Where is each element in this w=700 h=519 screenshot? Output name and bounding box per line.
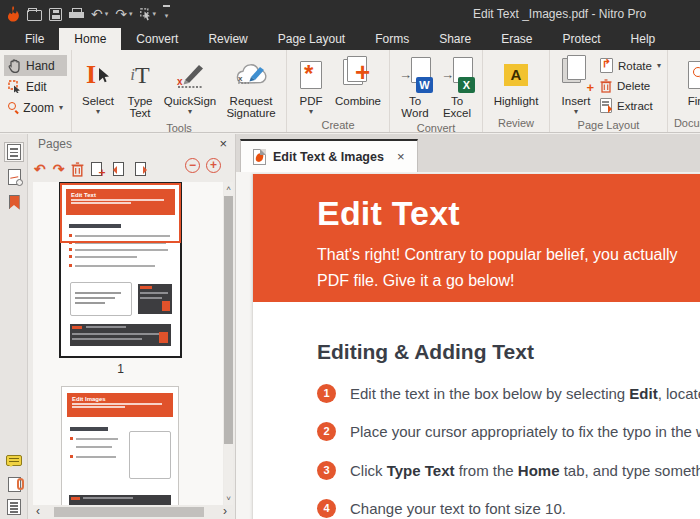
document-tab-close-button[interactable]: × bbox=[397, 149, 405, 164]
select-dropdown-caret[interactable]: ▾ bbox=[96, 107, 100, 116]
thumb2-image-placeholder bbox=[129, 431, 171, 479]
step-3-badge: 3 bbox=[317, 461, 336, 480]
edit-label: Edit bbox=[26, 80, 47, 94]
tab-share[interactable]: Share bbox=[424, 28, 486, 50]
find-button[interactable]: Find bbox=[673, 53, 700, 116]
pages-panel-title: Pages bbox=[38, 137, 72, 151]
pages-panel-button[interactable] bbox=[4, 142, 24, 162]
zoom-label: Zoom bbox=[23, 101, 54, 115]
save-button[interactable] bbox=[49, 8, 62, 21]
layers-panel-button[interactable] bbox=[4, 497, 24, 517]
attachment-icon bbox=[8, 477, 21, 492]
signatures-panel-button[interactable] bbox=[4, 167, 24, 187]
step-2: 2 Place your cursor appropriately to fix… bbox=[317, 422, 700, 441]
new-page-button[interactable]: + bbox=[91, 162, 102, 176]
highlight-label: Highlight bbox=[494, 95, 539, 107]
to-excel-label: To Excel bbox=[440, 95, 474, 119]
banner-title: Edit Text bbox=[317, 194, 700, 233]
pointer-dropdown-caret[interactable]: ▾ bbox=[153, 7, 157, 21]
insert-page-after-button[interactable] bbox=[135, 162, 146, 176]
select-tool-quick-button[interactable]: ▾ bbox=[140, 7, 157, 21]
document-tab[interactable]: Edit Text & Images × bbox=[240, 139, 418, 172]
to-excel-button[interactable]: → X To Excel bbox=[436, 53, 478, 121]
nitro-pro-window: ↶▾ ↷▾ ▾ ▾ Edit Text _Images.pdf - Nitro … bbox=[0, 0, 700, 519]
group-create-label: Create bbox=[287, 118, 389, 134]
scroll-down-arrow[interactable]: ˅ bbox=[224, 494, 233, 503]
tab-protect[interactable]: Protect bbox=[548, 28, 616, 50]
tab-home[interactable]: Home bbox=[59, 28, 121, 50]
combine-label: Combine bbox=[335, 95, 381, 107]
request-signature-button[interactable]: x Request Signature bbox=[220, 53, 282, 121]
quicksign-dropdown-caret[interactable]: ▾ bbox=[188, 107, 192, 116]
undo-button[interactable]: ↶▾ bbox=[91, 7, 108, 21]
extract-button[interactable]: Extract bbox=[600, 97, 661, 114]
quicksign-button[interactable]: x QuickSign ▾ bbox=[160, 53, 220, 121]
pages-panel-close-button[interactable]: × bbox=[219, 136, 227, 151]
pdf-button[interactable]: * PDF ▾ bbox=[291, 53, 331, 118]
bookmarks-panel-button[interactable] bbox=[4, 192, 24, 212]
redo-button[interactable]: ↷▾ bbox=[115, 7, 132, 21]
rotate-dropdown-caret[interactable]: ▾ bbox=[657, 61, 661, 70]
combine-button[interactable]: + Combine bbox=[331, 53, 385, 118]
hand-label: Hand bbox=[26, 59, 55, 73]
select-button[interactable]: I Select ▾ bbox=[76, 53, 120, 121]
zoom-dropdown-caret[interactable]: ▾ bbox=[59, 103, 63, 112]
pdf-dropdown-caret[interactable]: ▾ bbox=[309, 107, 313, 116]
step-1: 1 Edit the text in the box below by sele… bbox=[317, 384, 700, 403]
thumbnail-zoom-in-button[interactable]: + bbox=[206, 158, 221, 173]
pages-icon bbox=[7, 144, 21, 160]
rotate-button[interactable]: ↱ Rotate ▾ bbox=[600, 57, 661, 74]
tab-forms[interactable]: Forms bbox=[360, 28, 424, 50]
to-word-icon: → W bbox=[399, 55, 431, 95]
tab-file[interactable]: File bbox=[10, 28, 59, 50]
scroll-right-arrow[interactable]: › bbox=[223, 504, 227, 518]
delete-page-button[interactable] bbox=[71, 162, 84, 177]
page-thumbnail-2[interactable]: Edit Images bbox=[61, 386, 179, 505]
find-icon bbox=[688, 55, 700, 95]
quicksign-icon: x bbox=[175, 55, 205, 95]
redo-dropdown-caret[interactable]: ▾ bbox=[129, 7, 133, 21]
type-text-icon: iT bbox=[130, 55, 149, 95]
document-viewport[interactable]: Edit Text That's right! Contrary to popu… bbox=[236, 172, 700, 519]
type-text-button[interactable]: iT Type Text bbox=[120, 53, 160, 121]
group-review-label: Review bbox=[483, 116, 549, 132]
request-signature-label: Request Signature bbox=[222, 95, 280, 119]
open-button[interactable] bbox=[27, 7, 42, 21]
thumbnail-zoom-out-button[interactable]: − bbox=[185, 158, 200, 173]
document-area: Edit Text & Images × Edit Text That's ri… bbox=[236, 134, 700, 519]
highlight-button[interactable]: A Highlight bbox=[487, 53, 545, 116]
customize-toolbar-button[interactable]: ▾ bbox=[163, 5, 170, 23]
thumb2-banner: Edit Images bbox=[67, 393, 173, 417]
type-text-label: Type Text bbox=[125, 95, 155, 119]
insert-dropdown-caret[interactable]: ▾ bbox=[574, 107, 578, 116]
scroll-up-arrow[interactable]: ˄ bbox=[224, 184, 233, 193]
pointer-icon bbox=[140, 8, 151, 21]
tab-help[interactable]: Help bbox=[616, 28, 671, 50]
zoom-tool-button[interactable]: Zoom ▾ bbox=[4, 97, 67, 118]
to-word-button[interactable]: → W To Word bbox=[394, 53, 436, 121]
customize-bar-icon bbox=[163, 5, 170, 7]
insert-page-before-button[interactable] bbox=[113, 162, 124, 176]
tab-erase[interactable]: Erase bbox=[486, 28, 547, 50]
pages-vertical-scroll-thumb[interactable] bbox=[224, 196, 233, 444]
edit-tool-button[interactable]: Edit bbox=[4, 76, 67, 97]
comments-panel-button[interactable] bbox=[4, 450, 24, 470]
delete-button[interactable]: Delete bbox=[600, 77, 661, 94]
hand-tool-button[interactable]: Hand bbox=[4, 55, 67, 76]
page-thumbnail-1[interactable]: Edit Text bbox=[59, 182, 182, 358]
undo-dropdown-caret[interactable]: ▾ bbox=[105, 7, 109, 21]
nav-tools-panel: Hand Edit Zoom ▾ bbox=[0, 50, 72, 132]
rotate-left-page-button[interactable]: ↶ bbox=[34, 161, 46, 177]
tab-convert[interactable]: Convert bbox=[121, 28, 193, 50]
attachments-panel-button[interactable] bbox=[4, 474, 24, 494]
print-button[interactable] bbox=[69, 8, 84, 21]
pages-horizontal-scroll-thumb[interactable] bbox=[54, 507, 204, 517]
pages-horizontal-scrollbar[interactable]: ‹ › bbox=[36, 506, 227, 518]
group-convert: → W To Word → X To Excel Convert bbox=[390, 50, 483, 132]
scroll-left-arrow[interactable]: ‹ bbox=[36, 504, 40, 518]
group-review: A Highlight Review bbox=[483, 50, 550, 132]
tab-review[interactable]: Review bbox=[193, 28, 262, 50]
rotate-right-page-button[interactable]: ↷ bbox=[53, 161, 65, 177]
tab-page-layout[interactable]: Page Layout bbox=[263, 28, 360, 50]
insert-button[interactable]: + Insert ▾ bbox=[554, 53, 598, 118]
